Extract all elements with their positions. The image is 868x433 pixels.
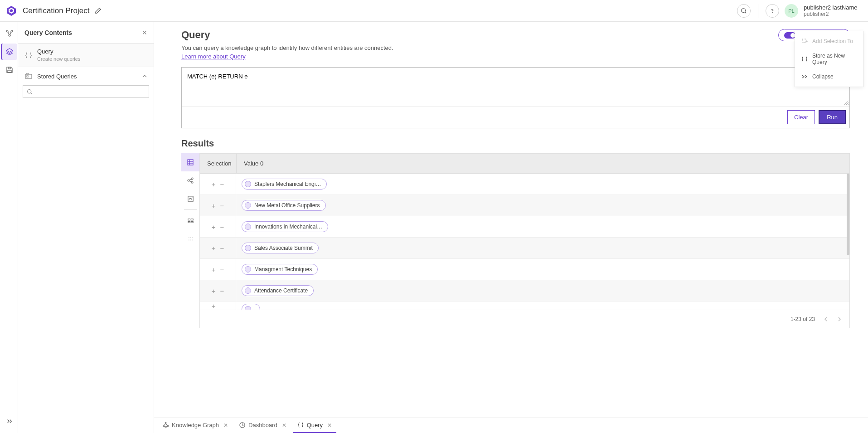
entity-pill[interactable]: Innovations in Mechanical… bbox=[242, 221, 328, 232]
close-panel-icon[interactable]: ✕ bbox=[142, 29, 147, 36]
svg-marker-11 bbox=[6, 49, 13, 52]
query-textarea[interactable] bbox=[182, 68, 849, 105]
results-title: Results bbox=[181, 138, 850, 149]
svg-line-44 bbox=[164, 426, 165, 427]
entity-dot-icon bbox=[245, 224, 251, 230]
query-item[interactable]: Query Create new queries bbox=[18, 44, 154, 67]
project-title: Certification Project bbox=[23, 6, 89, 15]
tab-label: Dashboard bbox=[248, 422, 277, 428]
tab-icon bbox=[162, 422, 169, 428]
row-add-icon[interactable]: + bbox=[212, 202, 216, 209]
rail-layers-icon[interactable] bbox=[1, 44, 17, 60]
page-prev-icon[interactable] bbox=[823, 316, 829, 322]
svg-point-6 bbox=[6, 30, 8, 32]
tab-icon bbox=[297, 422, 304, 428]
rail-expand-icon[interactable] bbox=[1, 413, 17, 429]
svg-rect-13 bbox=[8, 70, 11, 73]
row-remove-icon[interactable]: − bbox=[220, 223, 224, 231]
stored-search-input[interactable] bbox=[23, 85, 149, 98]
folder-icon bbox=[24, 73, 33, 80]
stored-queries-header[interactable]: Stored Queries bbox=[18, 67, 154, 83]
rail-save-icon[interactable] bbox=[1, 62, 17, 78]
row-add-icon[interactable]: + bbox=[212, 287, 216, 295]
view-grid-icon[interactable] bbox=[181, 212, 199, 230]
search-button[interactable] bbox=[737, 4, 751, 18]
entity-pill[interactable]: Sales Associate Summit bbox=[242, 243, 319, 253]
menu-collapse[interactable]: Collapse bbox=[795, 69, 863, 84]
chevron-up-icon bbox=[142, 73, 147, 79]
view-chart-icon[interactable] bbox=[181, 190, 199, 208]
entity-dot-icon bbox=[245, 287, 251, 294]
th-value0: Value 0 bbox=[236, 154, 849, 173]
entity-dot-icon bbox=[245, 202, 251, 209]
bottom-tab[interactable]: Dashboard✕ bbox=[234, 418, 291, 433]
context-menu: Add Selection To Store as New Query Coll… bbox=[795, 31, 863, 87]
entity-label: Managment Techniques bbox=[254, 266, 312, 272]
menu-store-query-label: Store as New Query bbox=[812, 53, 857, 65]
close-icon[interactable]: ✕ bbox=[325, 422, 332, 428]
entity-label: New Metal Office Suppliers bbox=[254, 202, 320, 209]
svg-point-27 bbox=[191, 181, 193, 183]
table-row: + − New Metal Office Suppliers bbox=[200, 195, 849, 216]
row-add-icon[interactable]: + bbox=[212, 302, 216, 310]
user-sub: publisher2 bbox=[804, 11, 863, 17]
view-list-icon[interactable] bbox=[181, 230, 199, 248]
row-remove-icon[interactable]: − bbox=[220, 266, 224, 273]
row-add-icon[interactable]: + bbox=[212, 244, 216, 252]
row-remove-icon[interactable]: − bbox=[220, 202, 224, 209]
svg-point-5 bbox=[772, 12, 773, 12]
entity-pill[interactable]: New Metal Office Suppliers bbox=[242, 200, 326, 211]
bottom-tab[interactable]: Query✕ bbox=[293, 418, 336, 433]
svg-line-9 bbox=[8, 32, 10, 35]
row-add-icon[interactable]: + bbox=[212, 180, 216, 188]
entity-dot-icon bbox=[245, 266, 251, 272]
scrollbar[interactable] bbox=[847, 174, 849, 310]
braces-icon bbox=[801, 56, 808, 62]
edit-icon[interactable] bbox=[95, 7, 102, 14]
view-table-icon[interactable] bbox=[181, 153, 199, 171]
row-add-icon[interactable]: + bbox=[212, 266, 216, 273]
row-remove-icon[interactable]: − bbox=[220, 244, 224, 252]
user-info[interactable]: publisher2 lastName publisher2 bbox=[804, 4, 863, 18]
svg-point-26 bbox=[191, 178, 193, 180]
view-graph-icon[interactable] bbox=[181, 171, 199, 190]
close-icon[interactable]: ✕ bbox=[280, 422, 286, 428]
row-remove-icon[interactable]: − bbox=[220, 287, 224, 295]
close-icon[interactable]: ✕ bbox=[222, 422, 228, 428]
svg-rect-33 bbox=[188, 221, 190, 223]
bottom-tab[interactable]: Knowledge Graph✕ bbox=[158, 418, 233, 433]
svg-point-8 bbox=[9, 34, 10, 36]
divider bbox=[758, 4, 758, 18]
query-item-title: Query bbox=[37, 48, 80, 56]
run-button[interactable]: Run bbox=[819, 110, 846, 124]
menu-store-query[interactable]: Store as New Query bbox=[795, 49, 863, 69]
tab-label: Query bbox=[307, 422, 323, 428]
svg-point-16 bbox=[28, 89, 31, 93]
svg-point-7 bbox=[11, 30, 13, 32]
rail-graph-icon[interactable] bbox=[1, 25, 17, 42]
avatar[interactable]: PL bbox=[785, 4, 798, 18]
page-description: You can query a knowledge graph to ident… bbox=[181, 44, 393, 51]
add-to-icon bbox=[801, 38, 808, 44]
pagination-text: 1-23 of 23 bbox=[790, 316, 815, 322]
row-add-icon[interactable]: + bbox=[212, 223, 216, 231]
tab-icon bbox=[239, 422, 246, 428]
app-logo bbox=[5, 5, 17, 17]
clear-button[interactable]: Clear bbox=[787, 110, 815, 124]
help-button[interactable] bbox=[766, 4, 779, 18]
entity-label: Attendance Certificate bbox=[254, 287, 308, 294]
entity-dot-icon bbox=[245, 245, 251, 251]
entity-pill[interactable]: Managment Techniques bbox=[242, 264, 318, 275]
page-next-icon[interactable] bbox=[837, 316, 842, 322]
entity-pill[interactable]: Staplers Mechanical Engi… bbox=[242, 179, 327, 190]
svg-line-17 bbox=[31, 93, 32, 94]
svg-line-43 bbox=[166, 423, 168, 425]
learn-more-link[interactable]: Learn more about Query bbox=[181, 53, 246, 60]
entity-pill[interactable] bbox=[242, 304, 260, 310]
row-remove-icon[interactable]: − bbox=[220, 180, 224, 188]
svg-line-45 bbox=[166, 426, 167, 427]
table-row: + − Attendance Certificate bbox=[200, 280, 849, 302]
svg-rect-12 bbox=[8, 67, 11, 69]
entity-pill[interactable]: Attendance Certificate bbox=[242, 285, 314, 296]
svg-line-42 bbox=[164, 423, 166, 425]
